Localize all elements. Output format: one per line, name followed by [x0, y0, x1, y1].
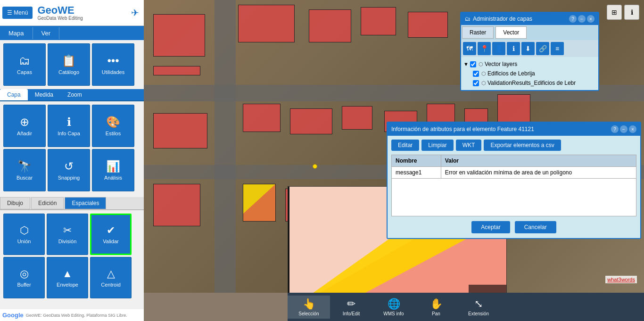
btn-extension[interactable]: ⤡ Extensión	[457, 296, 500, 319]
tab-dibujo[interactable]: Dibujo	[0, 197, 30, 209]
utilidades-icon: •••	[107, 54, 119, 67]
tool-snapping[interactable]: ↺ Snapping	[48, 149, 90, 191]
tool-envelope[interactable]: ▲ Envelope	[47, 257, 88, 298]
tool-centroid[interactable]: △ Centroid	[90, 257, 132, 298]
attr-table: Nombre Valor message1 Error en validació…	[391, 155, 636, 216]
layer-manager-controls: ? − ×	[569, 15, 594, 23]
tool-estilos[interactable]: 🎨 Estilos	[92, 105, 134, 147]
cell-valor: Error en validación mínima de area de un…	[441, 167, 636, 179]
logo-area: GeoWE GeoData Web Editing	[35, 5, 83, 21]
btn-wms-info[interactable]: 🌐 WMS info	[372, 296, 415, 319]
sub-nav-medida[interactable]: Medida	[28, 89, 60, 100]
layer-edificios: ⬡ Edificios de Lebrija	[463, 69, 596, 78]
capa-sub-nav: Capa Medida Zoom	[0, 89, 144, 101]
tab-espaciales[interactable]: Espaciales	[65, 197, 106, 209]
btn-editar[interactable]: Editar	[391, 140, 419, 151]
map-top-controls: ⊞ ℹ	[607, 5, 639, 20]
map-ctrl-grid[interactable]: ⊞	[607, 5, 622, 20]
what3words-link[interactable]: what3words	[605, 276, 637, 283]
btn-wkt[interactable]: WKT	[456, 140, 482, 151]
wms-info-icon: 🌐	[388, 298, 400, 310]
layer-tool-pin[interactable]: 📍	[478, 42, 491, 55]
tab-vector[interactable]: Vector	[495, 26, 527, 39]
cell-nombre: message1	[392, 167, 441, 179]
table-row: message1 Error en validación mínima de a…	[392, 167, 636, 179]
layer-tree: ▼ ⬡ Vector layers ⬡ Edificios de Lebrija…	[461, 57, 598, 90]
layer-tool-list[interactable]: ≡	[551, 42, 564, 55]
snapping-icon: ↺	[64, 160, 74, 173]
attr-dialog-header: Información de atributos para el element…	[388, 123, 640, 136]
attr-dialog-controls: ? − ×	[611, 125, 636, 133]
layer-manager-close[interactable]: ×	[587, 15, 594, 23]
main-tool-grid: 🗂 Capas 📋 Catálogo ••• Utilidades	[0, 40, 144, 89]
sub-nav-capa[interactable]: Capa	[0, 89, 28, 100]
layer-validation: ⬡ ValidationResults_Edificios de Lebr	[463, 78, 596, 88]
extension-icon: ⤡	[474, 298, 483, 310]
layer-tree-expand[interactable]: ▼	[463, 61, 469, 67]
layer-manager-help[interactable]: ?	[569, 15, 577, 23]
layer-tool-info[interactable]: ℹ	[507, 42, 520, 55]
attr-toolbar: Editar Limpiar WKT Exportar elementos a …	[388, 136, 640, 155]
col-valor: Valor	[441, 155, 636, 167]
info-capa-icon: ℹ	[67, 115, 71, 129]
attr-footer-buttons: Aceptar Cancelar	[388, 216, 640, 238]
tool-utilidades[interactable]: ••• Utilidades	[92, 43, 134, 86]
btn-aceptar[interactable]: Aceptar	[471, 221, 510, 233]
layer-tool-link[interactable]: 🔗	[536, 42, 549, 55]
menu-button[interactable]: ☰ Menú	[2, 7, 33, 19]
tool-buscar[interactable]: 🔭 Buscar	[3, 149, 46, 191]
capa-tool-grid: ⊕ Añadir ℹ Info Capa 🎨 Estilos 🔭 Buscar …	[0, 101, 144, 195]
google-bar: Google GeoWE: GeoData Web Editing. Plata…	[0, 309, 144, 321]
layer-manager-icon: 🗂	[465, 16, 471, 22]
tool-analisis[interactable]: 📊 Análisis	[92, 149, 134, 191]
btn-limpiar[interactable]: Limpiar	[421, 140, 453, 151]
validation-label: ValidationResults_Edificios de Lebr	[487, 80, 576, 86]
validation-checkbox[interactable]	[473, 80, 479, 86]
layer-toolbar: 🗺 📍 👤 ℹ ⬇ 🔗 ≡	[461, 40, 598, 57]
sub-nav-zoom[interactable]: Zoom	[60, 89, 89, 100]
tool-capas[interactable]: 🗂 Capas	[3, 43, 46, 86]
map-ctrl-info[interactable]: ℹ	[624, 5, 639, 20]
navigation-icon: ✈	[131, 7, 139, 18]
google-footer-text: GeoWE: GeoData Web Editing. Plataforma S…	[26, 313, 127, 318]
tool-validar[interactable]: ✔ Validar	[90, 214, 132, 255]
envelope-icon: ▲	[62, 268, 73, 280]
division-icon: ✂	[63, 224, 72, 237]
btn-export-csv[interactable]: Exportar elementos a csv	[484, 140, 561, 151]
menu-icon: ☰	[7, 9, 12, 16]
layer-tool-download[interactable]: ⬇	[521, 42, 535, 55]
attr-dialog-close[interactable]: ×	[629, 125, 636, 133]
spatial-tool-grid: ⬡ Unión ✂ División ✔ Validar ◎ Buffer ▲ …	[0, 210, 144, 302]
tool-union[interactable]: ⬡ Unión	[3, 214, 45, 255]
layer-manager-title: Administrador de capas	[473, 16, 569, 22]
info-edit-icon: ✏	[347, 298, 355, 310]
btn-info-edit[interactable]: ✏ Info/Edit	[330, 296, 372, 319]
tool-anadir[interactable]: ⊕ Añadir	[3, 105, 46, 147]
layer-manager-minimize[interactable]: −	[578, 15, 586, 23]
attr-dialog-minimize[interactable]: −	[620, 125, 627, 133]
btn-cancelar[interactable]: Cancelar	[515, 221, 556, 233]
attr-dialog-help[interactable]: ?	[611, 125, 619, 133]
nav-ver[interactable]: Ver	[33, 27, 60, 39]
layer-root-checkbox[interactable]	[470, 61, 476, 67]
centroid-icon: △	[107, 268, 115, 280]
analisis-icon: 📊	[106, 160, 120, 173]
google-logo: Google	[2, 312, 24, 319]
btn-pan[interactable]: ✋ Pan	[415, 296, 457, 319]
validation-icon: ⬡	[481, 80, 486, 86]
tool-division[interactable]: ✂ División	[47, 214, 88, 255]
edificios-checkbox[interactable]	[473, 71, 479, 77]
tab-raster[interactable]: Raster	[462, 26, 494, 39]
catalogo-icon: 📋	[62, 54, 76, 67]
btn-seleccion[interactable]: 👆 Selección	[288, 296, 330, 319]
layer-tool-person[interactable]: 👤	[492, 42, 505, 55]
bottom-toolbar: 👆 Selección ✏ Info/Edit 🌐 WMS info ✋ Pan…	[288, 293, 644, 321]
capas-icon: 🗂	[19, 54, 30, 67]
nav-mapa[interactable]: Mapa	[0, 27, 33, 39]
tool-buffer[interactable]: ◎ Buffer	[3, 257, 45, 298]
tab-edicion[interactable]: Edición	[31, 197, 64, 209]
layer-tool-map[interactable]: 🗺	[463, 42, 476, 55]
tool-info-capa[interactable]: ℹ Info Capa	[48, 105, 90, 147]
tool-catalogo[interactable]: 📋 Catálogo	[48, 43, 90, 86]
layer-tree-root: ▼ ⬡ Vector layers	[463, 59, 596, 69]
